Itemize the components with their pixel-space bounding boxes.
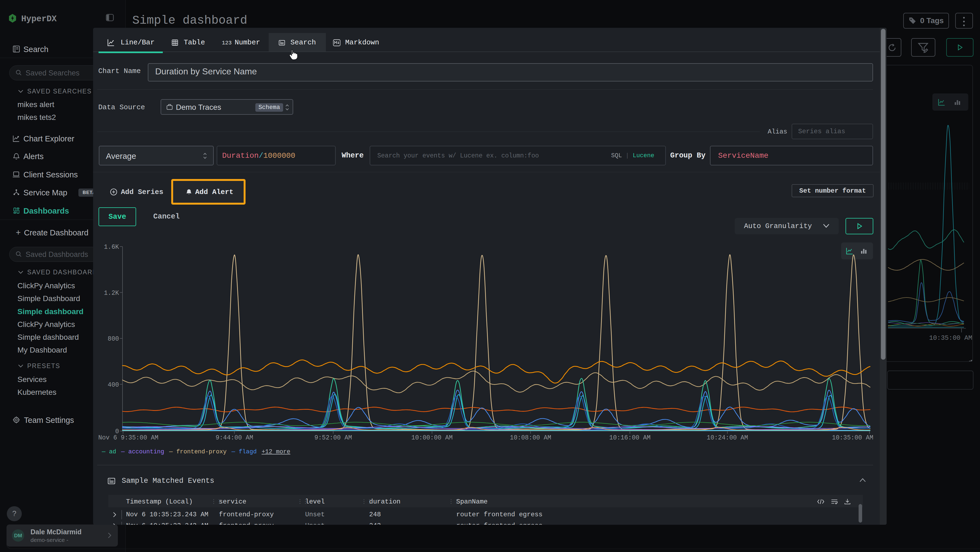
svg-text:1.6K: 1.6K — [104, 244, 119, 250]
svg-text:10:16:00 AM: 10:16:00 AM — [609, 434, 651, 441]
svg-text:800: 800 — [108, 335, 119, 343]
svg-text:9:44:00 AM: 9:44:00 AM — [216, 434, 253, 441]
svg-text:10:35:00 AM: 10:35:00 AM — [832, 434, 873, 441]
svg-text:1.2K: 1.2K — [104, 290, 119, 297]
svg-text:Nov 6 9:35:00 AM: Nov 6 9:35:00 AM — [98, 434, 158, 441]
svg-text:9:52:00 AM: 9:52:00 AM — [314, 434, 352, 441]
svg-text:10:08:00 AM: 10:08:00 AM — [510, 434, 551, 441]
svg-text:10:00:00 AM: 10:00:00 AM — [411, 434, 453, 441]
svg-text:10:24:00 AM: 10:24:00 AM — [707, 434, 748, 441]
svg-text:400: 400 — [108, 381, 119, 389]
